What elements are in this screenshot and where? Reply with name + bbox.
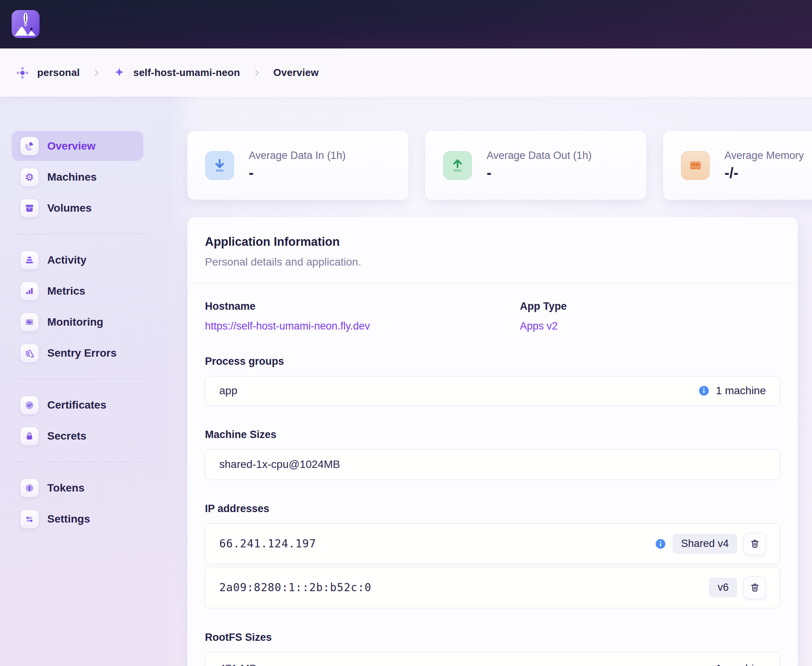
delete-ip-button[interactable] — [743, 576, 766, 599]
stat-card-label: Average Data In (1h) — [249, 150, 346, 162]
sidebar-item-label: Certificates — [47, 399, 107, 411]
sentry-logo-icon — [20, 344, 39, 362]
sidebar-item-secrets[interactable]: Secrets — [12, 421, 143, 451]
pulse-monitor-icon — [20, 313, 39, 331]
stat-card-value: - — [249, 165, 346, 181]
app-type-link[interactable]: Apps v2 — [520, 320, 558, 332]
ip-address-row: 66.241.124.197 Shared v4 — [205, 523, 780, 564]
sidebar-item-label: Activity — [47, 254, 86, 266]
trash-icon — [750, 582, 760, 593]
hostname-label: Hostname — [205, 300, 520, 312]
rootfs-size-value: 471 MB — [219, 663, 257, 666]
sidebar-item-tokens[interactable]: Tokens — [12, 473, 143, 503]
sidebar-item-certificates[interactable]: Certificates — [12, 390, 143, 420]
delete-ip-button[interactable] — [743, 533, 766, 555]
app-overview-page: personal self-host-umami-neon Overview — [0, 0, 812, 666]
machine-sizes-label: Machine Sizes — [205, 429, 780, 441]
sidebar-item-volumes[interactable]: Volumes — [12, 193, 143, 223]
info-circle-icon[interactable] — [698, 385, 710, 397]
stat-card-label: Average Memory — [724, 150, 804, 162]
volume-box-icon — [20, 199, 39, 217]
breadcrumb-org-label: personal — [37, 67, 80, 79]
sidebar-nav: Overview Machines Volumes — [12, 131, 143, 535]
sidebar-divider — [12, 462, 143, 462]
fly-balloon-logo-icon[interactable] — [12, 10, 40, 38]
bar-chart-icon — [20, 282, 39, 300]
org-dots-icon — [15, 66, 29, 80]
machine-sizes-section: Machine Sizes shared-1x-cpu@1024MB — [205, 429, 780, 480]
breadcrumb: personal self-host-umami-neon Overview — [0, 48, 812, 97]
stat-card-memory: Average Memory -/- — [663, 131, 812, 200]
ip-addresses-label: IP addresses — [205, 503, 780, 515]
sidebar-item-label: Volumes — [47, 202, 92, 214]
application-information-panel: Application Information Personal details… — [188, 217, 798, 666]
process-groups-label: Process groups — [205, 355, 780, 368]
certificate-badge-icon — [20, 396, 39, 414]
panel-title: Application Information — [205, 235, 780, 249]
memory-ram-icon — [681, 151, 710, 180]
sidebar-item-label: Metrics — [47, 285, 85, 297]
process-group-row: app 1 machine — [205, 376, 780, 405]
sidebar-item-activity[interactable]: Activity — [12, 245, 143, 275]
rootfs-sizes-label: RootFS Sizes — [205, 631, 780, 644]
app-type-label: App Type — [520, 300, 567, 312]
lock-icon — [20, 427, 39, 445]
cpu-chip-icon — [20, 168, 39, 186]
top-navigation-bar — [0, 0, 812, 48]
stat-card-value: - — [487, 165, 592, 181]
sidebar-item-label: Sentry Errors — [47, 347, 117, 359]
stat-card-value: -/- — [724, 165, 804, 181]
sidebar-item-label: Settings — [47, 513, 90, 525]
breadcrumb-page-label: Overview — [274, 67, 319, 79]
ip-addresses-section: IP addresses 66.241.124.197 Shared v4 — [205, 503, 780, 608]
download-arrow-icon — [205, 151, 234, 180]
panel-header: Application Information Personal details… — [188, 218, 797, 283]
sidebar-item-machines[interactable]: Machines — [12, 162, 143, 192]
rootfs-size-row: 471 MB 1 machine — [205, 652, 780, 666]
sliders-icon — [20, 510, 39, 528]
sidebar-item-label: Monitoring — [47, 316, 103, 328]
sidebar-divider — [12, 379, 143, 379]
sidebar-divider — [12, 234, 143, 234]
sidebar-item-label: Secrets — [47, 430, 86, 442]
sidebar-item-sentry-errors[interactable]: Sentry Errors — [12, 338, 143, 368]
sidebar-item-label: Overview — [47, 140, 96, 152]
breadcrumb-page[interactable]: Overview — [274, 67, 319, 79]
stat-card-label: Average Data Out (1h) — [487, 150, 592, 162]
sidebar-item-label: Tokens — [47, 482, 84, 494]
overview-radar-icon — [20, 137, 39, 155]
machine-size-value: shared-1x-cpu@1024MB — [219, 458, 340, 471]
chevron-right-icon — [92, 69, 101, 77]
breadcrumb-app-label: self-host-umami-neon — [133, 67, 240, 79]
sidebar-item-overview[interactable]: Overview — [12, 131, 143, 161]
stat-card-data-in: Average Data In (1h) - — [188, 131, 408, 200]
ip-address-value: 2a09:8280:1::2b:b52c:0 — [219, 581, 372, 594]
stat-card-data-out: Average Data Out (1h) - — [425, 131, 646, 200]
rootfs-machine-count: 1 machine — [716, 663, 766, 666]
process-groups-section: Process groups app 1 machine — [205, 355, 780, 405]
trash-icon — [750, 538, 760, 549]
ip-type-badge: v6 — [709, 578, 737, 597]
process-group-machine-count: 1 machine — [716, 385, 766, 397]
sidebar-item-metrics[interactable]: Metrics — [12, 276, 143, 306]
hostname-link[interactable]: https://self-host-umami-neon.fly.dev — [205, 320, 370, 332]
machine-size-row: shared-1x-cpu@1024MB — [205, 449, 780, 480]
ip-type-badge: Shared v4 — [673, 534, 737, 554]
rootfs-sizes-section: RootFS Sizes 471 MB 1 machine — [205, 631, 780, 666]
process-group-name: app — [219, 385, 237, 397]
chevron-right-icon — [253, 69, 261, 77]
breadcrumb-org[interactable]: personal — [15, 66, 80, 80]
keyhole-icon — [20, 479, 39, 497]
activity-stack-icon — [20, 251, 39, 269]
info-circle-icon[interactable] — [655, 538, 666, 550]
sidebar-item-label: Machines — [47, 171, 97, 183]
sidebar-item-settings[interactable]: Settings — [12, 504, 143, 534]
ip-address-value: 66.241.124.197 — [219, 537, 316, 550]
panel-subtitle: Personal details and application. — [205, 256, 780, 268]
upload-arrow-icon — [443, 151, 472, 180]
breadcrumb-app[interactable]: self-host-umami-neon — [113, 67, 240, 79]
ip-address-row: 2a09:8280:1::2b:b52c:0 v6 — [205, 567, 780, 608]
app-sparkle-icon — [113, 67, 126, 79]
sidebar-item-monitoring[interactable]: Monitoring — [12, 307, 143, 337]
